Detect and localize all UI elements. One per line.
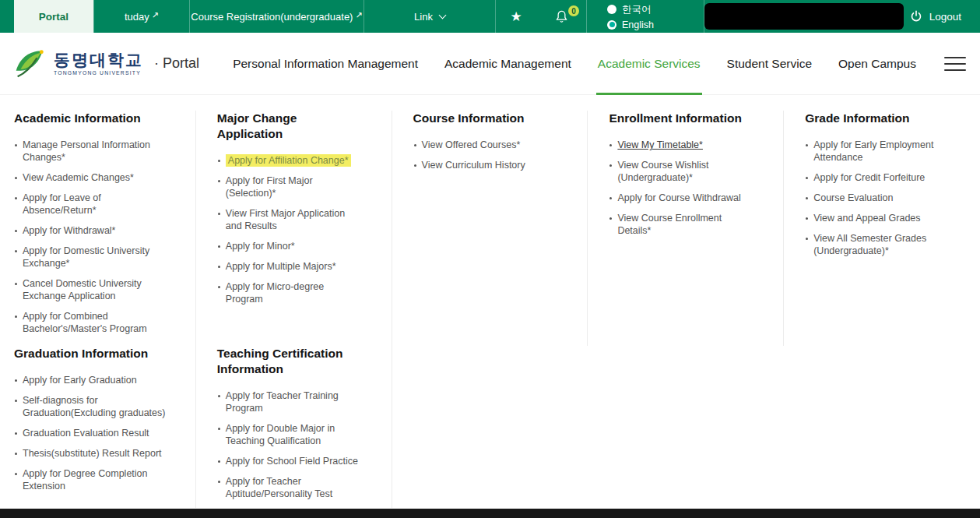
menu-item: Apply for Degree Completion Extension (14, 467, 167, 492)
menu-link[interactable]: Apply for Double Major in Teaching Quali… (226, 423, 335, 446)
menu-list: Apply for Early GraduationSelf-diagnosis… (14, 374, 167, 492)
menu-link[interactable]: Apply for Teacher Aptitude/Personality T… (226, 476, 332, 499)
menu-item: Apply for Credit Forfeiture (805, 171, 952, 184)
menu-link[interactable]: Apply for Teacher Training Program (226, 390, 339, 414)
menu-list: Apply for Affiliation Change*Apply for F… (217, 154, 364, 305)
menu-section-title: Teaching Certification Information (217, 346, 364, 377)
link-label: Link (414, 11, 433, 23)
mega-menu: Academic InformationManage Personal Info… (0, 95, 980, 509)
menu-link[interactable]: Apply for Combined Bachelor's/Master's P… (23, 311, 147, 334)
menu-button[interactable] (944, 54, 966, 74)
menu-section: Graduation InformationApply for Early Gr… (0, 346, 196, 508)
menu-link[interactable]: Apply for Minor* (226, 241, 295, 252)
menu-link[interactable]: Manage Personal Information Changes* (23, 139, 150, 163)
notifications-button[interactable]: 0 (536, 0, 586, 33)
menu-link[interactable]: Course Evaluation (813, 192, 893, 203)
menu-link[interactable]: Apply for Degree Completion Extension (23, 468, 148, 492)
menu-item: Apply for First Major (Selection)* (217, 174, 364, 199)
menu-item: Apply for School Field Practice (217, 455, 364, 467)
nav-item-academic-management[interactable]: Academic Management (444, 33, 571, 95)
menu-link[interactable]: Apply for School Field Practice (226, 456, 358, 467)
portal-tab[interactable]: Portal (14, 0, 93, 33)
nav-item-open-campus[interactable]: Open Campus (838, 33, 916, 95)
footer-strip (0, 509, 980, 518)
lang-option-korean[interactable]: 한국어 (607, 3, 704, 16)
menu-item: Apply for Affiliation Change* (217, 154, 364, 167)
menu-link[interactable]: Apply for Withdrawal* (23, 225, 116, 236)
menu-item: Apply for Early Graduation (14, 374, 167, 386)
menu-item: View Course Wishlist (Undergraduate)* (609, 159, 755, 184)
menu-link[interactable]: View Course Enrollment Details* (617, 213, 722, 236)
logout-button[interactable]: Logout (909, 0, 980, 33)
menu-item: Apply for Combined Bachelor's/Master's P… (14, 310, 167, 335)
lang-option-english[interactable]: English (607, 19, 704, 30)
menu-section: Grade InformationApply for Early Employm… (784, 111, 980, 346)
menu-item: Apply for Micro-degree Program (217, 280, 364, 305)
menu-link[interactable]: View My Timetable* (617, 139, 703, 150)
menu-item: View Offered Courses* (413, 139, 560, 151)
menu-section: Academic InformationManage Personal Info… (0, 111, 196, 346)
menu-link[interactable]: View Curriculum History (422, 160, 525, 171)
menu-list: View My Timetable*View Course Wishlist (… (609, 139, 755, 237)
mega-row: Academic InformationManage Personal Info… (0, 95, 980, 346)
menu-section: Course InformationView Offered Courses*V… (392, 111, 588, 346)
menu-item: View Curriculum History (413, 159, 560, 171)
menu-link[interactable]: Apply for Early Graduation (23, 375, 137, 386)
header: 동명대학교 TONGMYONG UNIVERSITY · Portal Pers… (0, 33, 980, 95)
menu-link[interactable]: Self-diagnosis for Graduation(Excluding … (23, 395, 165, 418)
power-icon (909, 9, 923, 23)
menu-link[interactable]: Apply for Course Withdrawal (617, 192, 740, 203)
menu-section-title: Graduation Information (14, 346, 167, 361)
menu-link[interactable]: Apply for First Major (Selection)* (226, 175, 313, 199)
tuday-link[interactable]: tuday ↗ (94, 0, 189, 33)
course-registration-link[interactable]: Course Registration(undergraduate) ↗ (190, 0, 364, 33)
menu-link[interactable]: View Course Wishlist (Undergraduate)* (617, 160, 708, 183)
menu-list: Apply for Early Employment AttendanceApp… (805, 139, 952, 257)
redacted-user-info-wrap (704, 0, 908, 33)
menu-item: View Academic Changes* (14, 171, 167, 184)
main-nav: Personal Information ManagementAcademic … (233, 33, 916, 95)
logo-tree-icon (11, 46, 47, 82)
menu-item: View First Major Application and Results (217, 207, 364, 232)
menu-item: Apply for Double Major in Teaching Quali… (217, 422, 364, 447)
menu-link[interactable]: View and Appeal Grades (813, 213, 920, 224)
menu-link[interactable]: View First Major Application and Results (226, 208, 345, 231)
menu-section: Teaching Certification InformationApply … (196, 346, 392, 508)
menu-link[interactable]: Graduation Evaluation Result (23, 428, 149, 439)
link-dropdown[interactable]: Link (364, 0, 495, 33)
menu-link[interactable]: Apply for Affiliation Change* (226, 154, 351, 167)
chevron-down-icon (438, 11, 446, 19)
menu-section-title: Enrollment Information (609, 111, 755, 126)
menu-link[interactable]: Apply for Credit Forfeiture (813, 172, 925, 183)
nav-item-student-service[interactable]: Student Service (727, 33, 812, 95)
menu-link[interactable]: View All Semester Grades (Undergraduate)… (813, 233, 926, 256)
lang-english-label: English (622, 19, 654, 30)
favorites-star-icon[interactable]: ★ (496, 0, 536, 33)
nav-item-personal-information-management[interactable]: Personal Information Management (233, 33, 418, 95)
menu-section: Enrollment InformationView My Timetable*… (588, 111, 784, 346)
language-switcher: 한국어 English (587, 0, 704, 33)
tuday-label: tuday (125, 11, 149, 23)
menu-link[interactable]: Apply for Leave of Absence/Return* (23, 192, 101, 216)
nav-item-academic-services[interactable]: Academic Services (598, 33, 701, 95)
menu-link[interactable]: Apply for Multiple Majors* (226, 261, 336, 272)
menu-item: Apply for Leave of Absence/Return* (14, 192, 167, 217)
logo-english-name: TONGMYONG UNIVERSITY (54, 71, 143, 76)
bell-icon (554, 9, 569, 24)
menu-link[interactable]: View Academic Changes* (23, 172, 134, 183)
menu-link[interactable]: Thesis(substitute) Result Report (23, 448, 162, 459)
menu-item: Self-diagnosis for Graduation(Excluding … (14, 394, 167, 419)
radio-unselected-icon (607, 5, 616, 14)
course-registration-label: Course Registration(undergraduate) (191, 11, 353, 23)
menu-link[interactable]: Apply for Early Employment Attendance (813, 139, 933, 163)
menu-link[interactable]: View Offered Courses* (422, 139, 521, 150)
menu-link[interactable]: Apply for Domestic University Exchange* (23, 245, 149, 269)
menu-section-title: Course Information (413, 111, 560, 126)
menu-link[interactable]: Apply for Micro-degree Program (226, 281, 324, 305)
menu-item: Apply for Multiple Majors* (217, 260, 364, 273)
topbar: Portal tuday ↗ Course Registration(under… (0, 0, 980, 33)
menu-link[interactable]: Cancel Domestic University Exchange Appl… (23, 278, 142, 301)
university-logo[interactable]: 동명대학교 TONGMYONG UNIVERSITY (11, 46, 143, 82)
menu-list: Manage Personal Information Changes*View… (14, 139, 167, 335)
menu-item: View All Semester Grades (Undergraduate)… (805, 232, 952, 257)
